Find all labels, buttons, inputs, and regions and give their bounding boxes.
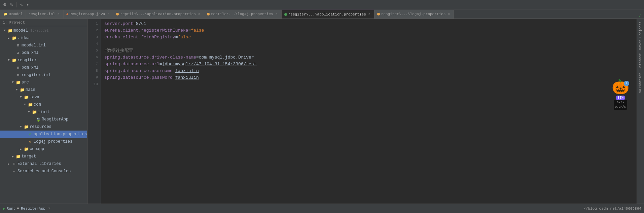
tab-close-resgiterapp[interactable]: × — [106, 12, 110, 16]
label-moodel: moodel E:\moodel — [13, 28, 87, 33]
tab-close-resgiter-log4j[interactable]: × — [447, 12, 451, 16]
code-line-6: spring.datasource.driver-class-name=com.… — [104, 54, 637, 61]
folder-icon-com: 📁 — [28, 102, 33, 107]
arrow-java: ▼ — [19, 95, 23, 99]
tab-moodel[interactable]: 📁 moodel — [0, 10, 26, 19]
label-moodel-iml: moodel.iml — [22, 43, 87, 48]
tree-item-pom-resgiter[interactable]: ▶ m pom.xml — [0, 64, 87, 71]
database-label[interactable]: Database — [638, 52, 643, 71]
tab-reptile-application[interactable]: reptile\...\application.properties × — [113, 10, 204, 19]
code-line-1: server.port=8761 — [104, 20, 637, 27]
tree-item-resgiter-iml[interactable]: ▶ m resgiter.iml — [0, 71, 87, 79]
label-log4j: log4j.properties — [34, 139, 87, 144]
close-run-tab[interactable]: × — [47, 207, 51, 211]
tab-close-resgiter-app[interactable]: × — [367, 12, 371, 16]
code-key-7: spring.datasource.url — [104, 62, 159, 67]
code-eq-8: = — [173, 68, 175, 73]
tab-resgiter-iml[interactable]: resgiter.iml × — [26, 10, 64, 19]
tree-item-idea[interactable]: ▶ 📁 .idea — [0, 34, 87, 42]
xml-icon-pom-root: x — [15, 50, 21, 56]
code-val-9: fanxiulin — [175, 75, 199, 80]
tab-resgiter-application[interactable]: resgiter\...\application.properties × — [282, 10, 374, 19]
maven-projects-label[interactable]: Maven Projects — [638, 20, 643, 51]
project-sidebar: 1: Project ▼ 📁 moodel E:\moodel ▶ 📁 .ide… — [0, 19, 87, 204]
line-num-2: 2 — [87, 27, 101, 34]
settings-icon[interactable]: ⚙ — [2, 2, 7, 7]
tab-resgiterapp-java[interactable]: J ResgiterApp.java × — [64, 10, 114, 19]
tree-item-scratches[interactable]: ▶ ✏ Scratches and Consoles — [0, 168, 87, 175]
code-val-2: false — [191, 28, 204, 33]
run-app-label: ResgiterApp — [21, 207, 45, 211]
line-num-8: 8 — [87, 67, 101, 74]
label-src: src — [22, 80, 87, 85]
iml-icon-moodel: m — [15, 43, 21, 48]
tree-item-resgiter[interactable]: ▼ 📁 resgiter — [0, 57, 87, 64]
code-eq-2: = — [188, 28, 191, 33]
code-line-5: #数据连接配置 — [104, 47, 637, 54]
line-numbers: 1 2 3 4 5 6 7 8 9 10 — [87, 19, 101, 204]
arrow-external-libs: ▶ — [7, 162, 11, 166]
validation-label[interactable]: Validation — [638, 71, 643, 94]
tab-dot-reptile-app — [116, 13, 119, 15]
label-pom-root: pom.xml — [22, 50, 87, 55]
run-icon: ▶ — [3, 206, 5, 211]
tree-item-application-props[interactable]: ▶ ⚙ application.properties — [0, 131, 87, 138]
libs-icon: ⊞ — [11, 161, 17, 167]
tree-item-limit[interactable]: ▼ 📁 limit — [0, 108, 87, 116]
tab-reptile-log4j[interactable]: reptile\...\log4j.properties × — [204, 10, 282, 19]
code-line-10 — [104, 81, 637, 87]
code-val-6: com.mysql.jdbc.Driver — [199, 55, 254, 60]
code-content[interactable]: server.port=8761 eureka.client.registerW… — [101, 19, 637, 204]
edit-icon[interactable]: ✎ — [9, 2, 14, 7]
toolbar-separator — [16, 2, 16, 7]
tree-item-target[interactable]: ▶ 📁 target — [0, 153, 87, 160]
tree-item-pom-root[interactable]: ▶ x pom.xml — [0, 49, 87, 57]
tree-item-src[interactable]: ▼ 📁 src — [0, 79, 87, 86]
tab-resgiter-log4j[interactable]: resgiter\...\log4j.properties × — [374, 10, 454, 19]
tab-bar: 📁 moodel resgiter.iml × J ResgiterApp.ja… — [0, 9, 644, 19]
tab-dot-resgiter-log4j — [377, 13, 380, 15]
folder-icon-src: 📁 — [15, 80, 21, 85]
tree-item-moodel[interactable]: ▼ 📁 moodel E:\moodel — [0, 27, 87, 34]
tree-item-java[interactable]: ▼ 📁 java — [0, 94, 87, 101]
tree-item-log4j-props[interactable]: ▶ ⚙ log4j.properties — [0, 138, 87, 145]
tree-item-webapp[interactable]: ▶ 📁 webapp — [0, 145, 87, 153]
tab-reptile-log4j-label: reptile\...\log4j.properties — [211, 12, 273, 16]
tree-item-com[interactable]: ▼ 📁 com — [0, 101, 87, 108]
tree-item-resgiterapp[interactable]: ▶ 🍃 ResgiterApp — [0, 116, 87, 123]
code-eq-7: = — [159, 62, 162, 67]
label-target: target — [22, 154, 87, 159]
code-line-4 — [104, 40, 637, 47]
scale-icon[interactable]: ⚖ — [19, 2, 24, 7]
label-resgiterapp: ResgiterApp — [42, 117, 87, 122]
tab-close-reptile-app[interactable]: × — [197, 12, 201, 16]
tree-item-main[interactable]: ▼ 📁 main — [0, 86, 87, 94]
run-section: ▶ Run: ■ ResgiterApp × — [3, 206, 51, 211]
label-main: main — [26, 87, 87, 92]
code-key-9: spring.datasource.password — [104, 75, 173, 80]
props-orange-icon: ⚙ — [28, 139, 33, 144]
code-comment-5: #数据连接配置 — [104, 47, 133, 54]
arrow-limit: ▼ — [27, 110, 31, 114]
sidebar-header: 1: Project — [0, 19, 87, 26]
widget-speed1: 0K/s — [617, 101, 624, 104]
widget-add-button[interactable]: + — [624, 81, 629, 86]
widget-percent: 39% — [616, 96, 625, 100]
tree-item-resources[interactable]: ▼ 📁 resources — [0, 123, 87, 131]
code-key-6: spring.datasource.driver-class-name — [104, 55, 196, 60]
line-num-7: 7 — [87, 61, 101, 67]
tree-item-moodel-iml[interactable]: ▶ m moodel.iml — [0, 42, 87, 49]
code-line-3: eureka.client.fetchRegistry=false — [104, 34, 637, 40]
tab-close-resgiter-iml[interactable]: × — [57, 12, 61, 16]
bottom-bar: ▶ Run: ■ ResgiterApp × //blog.csdn.net/a… — [0, 204, 644, 213]
arrow-src: ▼ — [11, 80, 15, 84]
validation-checkmark: ✓ — [639, 13, 644, 19]
run-indicator: ■ — [17, 207, 19, 210]
tab-close-reptile-log4j[interactable]: × — [275, 12, 279, 16]
widget-speed2: 0.2K/s — [615, 105, 626, 109]
code-eq-3: = — [175, 35, 178, 40]
tree-item-external-libs[interactable]: ▶ ⊞ External Libraries — [0, 160, 87, 168]
run-arrow-icon[interactable]: ▸ — [25, 2, 31, 7]
props-green-icon: ⚙ — [28, 132, 33, 137]
arrow-webapp: ▶ — [19, 147, 23, 151]
